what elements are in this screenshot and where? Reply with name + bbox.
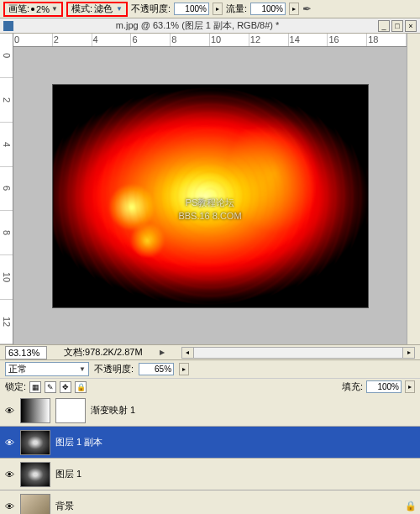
- minimize-button[interactable]: _: [378, 20, 390, 32]
- layers-panel: 👁 渐变映射 1 👁 图层 1 副本 👁 图层 1 👁 背景 🔒: [0, 395, 420, 514]
- layers-options-row: 正常 ▼ 不透明度: ▸: [0, 359, 420, 378]
- layer-opacity-flyout[interactable]: ▸: [179, 363, 189, 375]
- layer-name[interactable]: 图层 1: [55, 468, 81, 480]
- layer-name[interactable]: 背景: [55, 500, 74, 512]
- scrollbar-vertical[interactable]: [407, 34, 420, 344]
- flow-input[interactable]: [250, 3, 286, 15]
- scroll-left-button[interactable]: ◂: [182, 348, 194, 358]
- layer-thumbnail[interactable]: [20, 430, 50, 455]
- brush-preview-dot: [31, 8, 34, 11]
- layer-name[interactable]: 图层 1 副本: [55, 436, 102, 448]
- scroll-right-button[interactable]: ▸: [402, 348, 414, 358]
- watermark-text: PS教程论坛 BBS.16 8.COM: [178, 195, 241, 223]
- visibility-icon[interactable]: 👁: [3, 469, 15, 480]
- ruler-vertical: 02 46 810 12: [0, 34, 13, 344]
- lock-pixels-icon[interactable]: ✎: [45, 381, 56, 393]
- layer-row[interactable]: 👁 图层 1 副本: [0, 427, 420, 459]
- visibility-icon[interactable]: 👁: [3, 405, 15, 417]
- layer-mask-thumbnail[interactable]: [55, 398, 86, 423]
- layer-row[interactable]: 👁 背景 🔒: [0, 490, 420, 514]
- flow-label: 流量:: [226, 3, 247, 15]
- ruler-horizontal: 02 46 810 1214 1618: [13, 34, 407, 47]
- brush-label: 画笔:: [8, 3, 29, 15]
- mode-label: 模式:: [71, 3, 92, 15]
- restore-button[interactable]: □: [391, 20, 403, 32]
- mode-value: 滤色: [94, 3, 113, 15]
- scrollbar-horizontal[interactable]: ◂ ▸: [181, 347, 415, 359]
- zoom-input[interactable]: 63.13%: [5, 346, 47, 359]
- visibility-icon[interactable]: 👁: [3, 501, 15, 512]
- opacity-flyout[interactable]: ▸: [213, 3, 223, 15]
- status-bar: 63.13% 文档:978.2K/2.87M ▶ ◂ ▸: [0, 344, 420, 359]
- blend-mode-picker[interactable]: 模式: 滤色 ▼: [66, 2, 128, 17]
- close-button[interactable]: ×: [405, 20, 417, 32]
- chevron-right-icon[interactable]: ▶: [160, 349, 165, 356]
- flow-flyout[interactable]: ▸: [289, 3, 299, 15]
- layer-row[interactable]: 👁 图层 1: [0, 459, 420, 490]
- lock-all-icon[interactable]: 🔒: [75, 381, 87, 393]
- canvas-viewport[interactable]: PS教程论坛 BBS.16 8.COM: [13, 47, 407, 344]
- canvas[interactable]: PS教程论坛 BBS.16 8.COM: [53, 85, 368, 307]
- lock-icon: 🔒: [405, 501, 417, 511]
- options-bar: 画笔: 2% ▼ 模式: 滤色 ▼ 不透明度: ▸ 流量: ▸ ✒: [0, 0, 420, 18]
- fill-input[interactable]: [366, 380, 402, 393]
- ps-icon: [3, 21, 13, 31]
- brush-size: 2%: [36, 4, 50, 14]
- lock-transparency-icon[interactable]: ▦: [29, 381, 41, 393]
- fill-flyout[interactable]: ▸: [405, 380, 415, 393]
- layer-opacity-label: 不透明度:: [94, 363, 134, 375]
- layer-thumbnail[interactable]: [20, 494, 50, 515]
- chevron-down-icon: ▼: [116, 5, 123, 13]
- document-title: m.jpg @ 63.1% (图层 1 副本, RGB/8#) *: [116, 19, 280, 32]
- layer-row[interactable]: 👁 渐变映射 1: [0, 395, 420, 427]
- layers-lock-row: 锁定: ▦ ✎ ✥ 🔒 填充: ▸: [0, 378, 420, 395]
- opacity-label: 不透明度:: [131, 3, 171, 15]
- layer-thumbnail[interactable]: [20, 462, 50, 487]
- opacity-input[interactable]: [174, 3, 209, 15]
- fill-label: 填充:: [342, 380, 363, 393]
- visibility-icon[interactable]: 👁: [3, 437, 15, 448]
- lock-label: 锁定:: [5, 380, 26, 393]
- layer-name[interactable]: 渐变映射 1: [91, 404, 135, 417]
- document-titlebar: m.jpg @ 63.1% (图层 1 副本, RGB/8#) * _ □ ×: [0, 18, 420, 34]
- lock-position-icon[interactable]: ✥: [60, 381, 71, 393]
- chevron-down-icon: ▼: [79, 365, 86, 373]
- document-area: 02 46 810 12 02 46 810 1214 1618 PS教程论坛 …: [0, 34, 420, 344]
- brush-picker[interactable]: 画笔: 2% ▼: [3, 2, 63, 17]
- airbrush-icon[interactable]: ✒: [302, 3, 312, 15]
- chevron-down-icon: ▼: [51, 5, 58, 13]
- layer-opacity-input[interactable]: [139, 363, 174, 375]
- layer-thumbnail[interactable]: [20, 398, 50, 423]
- layer-blend-select[interactable]: 正常 ▼: [5, 362, 89, 376]
